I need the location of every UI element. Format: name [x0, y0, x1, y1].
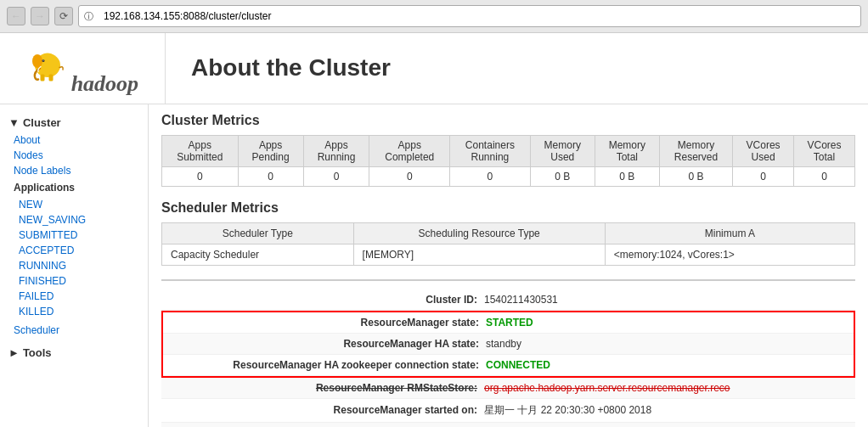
sidebar-applications-title: Applications — [5, 178, 148, 197]
rm-ha-zk-label: ResourceManager HA zookeeper connection … — [163, 359, 486, 371]
apps-completed-val: 0 — [369, 166, 450, 186]
col-header-vcores-used: VCores Used — [733, 135, 794, 166]
scheduler-type-val: Capacity Scheduler — [162, 244, 354, 265]
rm-rms-label: ResourceManager RMStateStore: — [161, 382, 484, 394]
memory-used-val: 0 B — [530, 166, 595, 186]
info-row-rm-ha-zk: ResourceManager HA zookeeper connection … — [163, 355, 854, 376]
vcores-total-val: 0 — [794, 166, 855, 186]
cluster-label: Cluster — [23, 116, 61, 129]
col-header-apps-pending: Apps Pending — [238, 135, 303, 166]
rm-state-label: ResourceManager state: — [163, 317, 486, 329]
divider — [161, 279, 855, 281]
apps-submitted-val: 0 — [162, 166, 239, 186]
info-row-cluster-id: Cluster ID: 1540211430531 — [161, 289, 855, 311]
containers-running-val: 0 — [450, 166, 531, 186]
rm-rms-value: org.apache.hadoop.yarn.server.resourcema… — [484, 382, 730, 394]
logo-area: hadoop — [17, 33, 166, 104]
sidebar-item-submitted[interactable]: SUBMITTED — [5, 228, 148, 243]
info-row-rm-version: ResourceManager version: 2.7.3 from Unkn… — [161, 423, 855, 427]
rm-ha-zk-value: CONNECTED — [486, 359, 550, 371]
col-header-vcores-total: VCores Total — [794, 135, 855, 166]
cluster-arrow-icon: ▼ — [8, 116, 20, 129]
rm-started-value: 星期一 十月 22 20:30:30 +0800 2018 — [484, 403, 651, 418]
col-header-memory-used: Memory Used — [530, 135, 595, 166]
apps-pending-val: 0 — [238, 166, 303, 186]
sidebar-item-failed[interactable]: FAILED — [5, 289, 148, 304]
sidebar-tools-title[interactable]: ► Tools — [0, 343, 148, 362]
sidebar-item-nodes[interactable]: Nodes — [0, 148, 148, 163]
apps-running-val: 0 — [303, 166, 369, 186]
cluster-id-label: Cluster ID: — [161, 294, 484, 306]
vcores-used-val: 0 — [733, 166, 794, 186]
svg-point-2 — [32, 54, 42, 68]
scheduler-col1-header: Scheduler Type — [162, 222, 354, 244]
refresh-button[interactable]: ⟳ — [54, 7, 73, 25]
address-bar[interactable] — [97, 8, 855, 25]
sidebar-tools-section: ► Tools — [0, 343, 148, 362]
scheduler-col2-header: Scheduling Resource Type — [353, 222, 605, 244]
hadoop-text: hadoop — [71, 71, 138, 96]
sidebar-item-killed[interactable]: KILLED — [5, 304, 148, 319]
memory-reserved-val: 0 B — [659, 166, 732, 186]
col-header-containers-running: Containers Running — [450, 135, 531, 166]
red-outline-box: ResourceManager state: STARTED ResourceM… — [161, 311, 855, 378]
scheduler-metrics-title: Scheduler Metrics — [161, 200, 855, 216]
info-row-rm-state: ResourceManager state: STARTED — [163, 312, 854, 334]
info-row-rm-started: ResourceManager started on: 星期一 十月 22 20… — [161, 399, 855, 423]
rm-ha-state-value: standby — [486, 338, 521, 350]
sidebar-item-about[interactable]: About — [0, 132, 148, 148]
sidebar-cluster-title: ▼ Cluster — [0, 113, 148, 132]
col-header-apps-submitted: Apps Submitted — [162, 135, 239, 166]
sidebar-item-new-saving[interactable]: NEW_SAVING — [5, 212, 148, 228]
rm-started-label: ResourceManager started on: — [161, 404, 484, 416]
cluster-metrics-row: 0 0 0 0 0 0 B 0 B 0 B 0 0 — [162, 166, 855, 186]
scheduler-col3-header: Minimum A — [605, 222, 854, 244]
rm-ha-state-label: ResourceManager HA state: — [163, 338, 486, 350]
page-title-area: About the Cluster — [166, 54, 851, 81]
col-header-memory-total: Memory Total — [595, 135, 659, 166]
cluster-id-value: 1540211430531 — [484, 294, 558, 306]
memory-total-val: 0 B — [595, 166, 659, 186]
sidebar-item-new[interactable]: NEW — [5, 197, 148, 212]
sidebar-item-running[interactable]: RUNNING — [5, 258, 148, 273]
ssl-icon: ⓘ — [84, 10, 93, 23]
sidebar-cluster-section: ▼ Cluster About Nodes Node Labels Applic… — [0, 113, 148, 338]
scheduler-minimum-val: <memory:1024, vCores:1> — [605, 244, 854, 265]
sidebar-item-finished[interactable]: FINISHED — [5, 273, 148, 289]
sidebar-item-accepted[interactable]: ACCEPTED — [5, 243, 148, 258]
sidebar-item-node-labels[interactable]: Node Labels — [0, 163, 148, 178]
tools-arrow-icon: ► — [8, 346, 20, 359]
sidebar-item-scheduler[interactable]: Scheduler — [0, 323, 148, 338]
back-button[interactable]: ← — [7, 7, 25, 25]
col-header-memory-reserved: Memory Reserved — [659, 135, 732, 166]
info-row-rm-rms: ResourceManager RMStateStore: org.apache… — [161, 378, 855, 399]
page-title: About the Cluster — [191, 54, 391, 81]
scheduler-row: Capacity Scheduler [MEMORY] <memory:1024… — [162, 244, 855, 265]
scheduler-metrics-table: Scheduler Type Scheduling Resource Type … — [161, 222, 855, 266]
svg-point-4 — [43, 60, 44, 61]
hadoop-logo — [25, 40, 68, 87]
svg-rect-5 — [41, 75, 45, 81]
forward-button[interactable]: → — [31, 7, 49, 25]
cluster-info-section: Cluster ID: 1540211430531 ResourceManage… — [161, 289, 855, 427]
info-row-rm-ha-state: ResourceManager HA state: standby — [163, 334, 854, 355]
cluster-metrics-title: Cluster Metrics — [161, 113, 855, 128]
col-header-apps-completed: Apps Completed — [369, 135, 450, 166]
cluster-metrics-table: Apps Submitted Apps Pending Apps Running… — [161, 135, 855, 187]
col-header-apps-running: Apps Running — [303, 135, 369, 166]
content-area: Cluster Metrics Apps Submitted Apps Pend… — [149, 104, 868, 427]
page-layout: ▼ Cluster About Nodes Node Labels Applic… — [0, 104, 868, 427]
sidebar: ▼ Cluster About Nodes Node Labels Applic… — [0, 104, 149, 427]
tools-label: Tools — [23, 346, 52, 359]
sidebar-applications-group: Applications NEW NEW_SAVING SUBMITTED AC… — [0, 178, 148, 319]
svg-rect-6 — [49, 75, 54, 81]
browser-chrome: ← → ⟳ ⓘ — [0, 0, 868, 33]
rm-state-value: STARTED — [486, 317, 533, 329]
header-area: hadoop About the Cluster — [0, 33, 868, 104]
scheduler-resource-val: [MEMORY] — [353, 244, 605, 265]
